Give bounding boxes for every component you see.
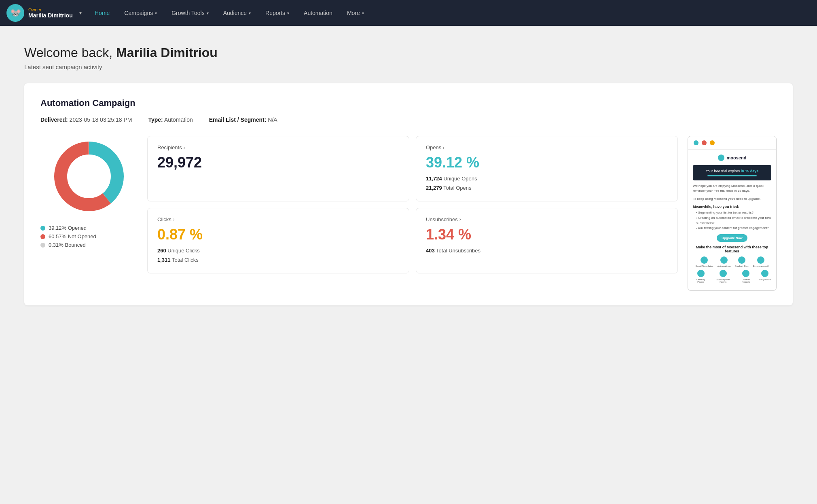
legend-not-opened: 60.57% Not Opened [40, 233, 138, 239]
legend-dot-opened [40, 226, 45, 231]
preview-feature-label-2: Automations [717, 265, 730, 267]
content-row: 39.12% Opened 60.57% Not Opened 0.31% Bo… [40, 136, 777, 291]
nav-link-more[interactable]: More ▾ [340, 0, 371, 26]
welcome-heading: Welcome back, Marilia Dimitriou [24, 45, 793, 60]
audience-dropdown-icon: ▾ [249, 11, 251, 15]
preview-feature-automations: Automations [717, 256, 730, 267]
donut-section: 39.12% Opened 60.57% Not Opened 0.31% Bo… [40, 136, 138, 250]
type-meta: Type: Automation [148, 116, 193, 123]
preview-feature-integrations: Integrations [759, 270, 771, 283]
preview-body-text2: To keep using Moosend you'll need to upg… [693, 197, 771, 201]
stat-recipients-label[interactable]: Recipients › [157, 144, 399, 150]
stat-clicks: Clicks › 0.87 % 260 Unique Clicks 1,311 … [147, 208, 409, 273]
preview-features-row1: Email Templates Automations Product Rec. [693, 256, 771, 267]
legend-dot-bounced [40, 243, 45, 248]
preview-section-title: Meanwhile, have you tried: [693, 205, 771, 209]
nav-link-audience[interactable]: Audience ▾ [216, 0, 258, 26]
stats-grid: Recipients › 29,972 Opens › 39.12 % 11,7… [147, 136, 678, 273]
donut-chart [49, 136, 129, 217]
nav-link-campaigns[interactable]: Campaigns ▾ [117, 0, 164, 26]
legend-dot-not-opened [40, 234, 45, 239]
stat-opens-value: 39.12 % [426, 155, 668, 170]
preview-bullets: • Segmenting your list for better result… [693, 210, 771, 231]
preview-feature-email-templates: Email Templates [696, 256, 713, 267]
campaign-meta: Delivered: 2023-05-18 03:25:18 PM Type: … [40, 116, 777, 123]
preview-feature-label-5: Landing Pages [693, 278, 709, 283]
preview-dot-gold [710, 140, 715, 145]
nav-link-growth-tools[interactable]: Growth Tools ▾ [164, 0, 216, 26]
stat-opens: Opens › 39.12 % 11,724 Unique Opens 21,2… [416, 136, 678, 201]
preview-feature-icon-7 [742, 270, 749, 277]
preview-feature-icon-2 [720, 256, 728, 264]
stat-clicks-label[interactable]: Clicks › [157, 216, 399, 222]
owner-info: Owner Marilia Dimitriou [28, 7, 73, 19]
nav-links: Home Campaigns ▾ Growth Tools ▾ Audience… [87, 0, 811, 26]
preview-logo-icon [718, 155, 724, 161]
preview-feature-label-3: Product Rec. [735, 265, 749, 267]
clicks-arrow-icon: › [173, 217, 175, 222]
campaign-title: Automation Campaign [40, 98, 777, 108]
preview-feature-icon-5 [697, 270, 705, 277]
preview-feature-subscription: Subscription Forms [713, 270, 733, 283]
preview-feature-ecommerce: Ecommerce AI [753, 256, 768, 267]
preview-feature-icon-6 [720, 270, 727, 277]
preview-logo-row: moosend [693, 155, 771, 161]
preview-feature-landing: Landing Pages [693, 270, 709, 283]
reports-dropdown-icon: ▾ [287, 11, 289, 15]
preview-feature-icon-4 [757, 256, 764, 264]
legend-opened: 39.12% Opened [40, 225, 138, 231]
brand[interactable]: 🐭 Owner Marilia Dimitriou ▾ [6, 4, 87, 22]
logo-icon: 🐭 [6, 4, 24, 22]
email-preview: moosend Your free trial expires in 15 da… [688, 136, 777, 291]
stat-opens-label[interactable]: Opens › [426, 144, 668, 150]
owner-name: Marilia Dimitriou [28, 12, 73, 19]
stat-clicks-value: 0.87 % [157, 227, 399, 242]
nav-link-automation[interactable]: Automation [296, 0, 340, 26]
preview-banner: Your free trial expires in 15 days [693, 165, 771, 180]
navbar: 🐭 Owner Marilia Dimitriou ▾ Home Campaig… [0, 0, 817, 26]
preview-cta-button[interactable]: Upgrade Now [717, 234, 747, 242]
legend-label-bounced: 0.31% Bounced [49, 242, 86, 248]
recipients-arrow-icon: › [184, 145, 185, 150]
stat-recipients: Recipients › 29,972 [147, 136, 409, 201]
preview-feature-product-rec: Product Rec. [735, 256, 749, 267]
owner-label: Owner [28, 7, 73, 12]
delivered-meta: Delivered: 2023-05-18 03:25:18 PM [40, 116, 132, 123]
preview-feature-label-6: Subscription Forms [713, 278, 733, 283]
nav-link-reports[interactable]: Reports ▾ [258, 0, 296, 26]
preview-titlebar [688, 136, 776, 150]
preview-feature-custom-reports: Custom Reports [737, 270, 755, 283]
donut-legend: 39.12% Opened 60.57% Not Opened 0.31% Bo… [40, 225, 138, 248]
stat-unsubscribes-label[interactable]: Unsubscribes › [426, 216, 668, 222]
nav-link-home[interactable]: Home [87, 0, 117, 26]
donut-svg [49, 136, 129, 217]
stat-unsubscribes-sub: 403 Total Unsubscribes [426, 246, 668, 255]
email-list-meta: Email List / Segment: N/A [209, 116, 277, 123]
preview-progress-bar [707, 175, 757, 176]
campaigns-dropdown-icon: ▾ [155, 11, 157, 15]
preview-body-text1: We hope you are enjoying Moosend. Just a… [693, 184, 771, 193]
more-dropdown-icon: ▾ [362, 11, 364, 15]
preview-logo-text: moosend [727, 155, 747, 160]
preview-feature-icon-1 [701, 256, 708, 264]
preview-dot-teal [694, 140, 698, 145]
preview-body: moosend Your free trial expires in 15 da… [688, 150, 776, 290]
stat-recipients-value: 29,972 [157, 155, 399, 170]
preview-feature-label-8: Integrations [759, 278, 771, 281]
opens-arrow-icon: › [443, 145, 444, 150]
stat-unsubscribes-value: 1.34 % [426, 227, 668, 242]
growth-tools-dropdown-icon: ▾ [207, 11, 209, 15]
preview-dot-red [702, 140, 707, 145]
stat-clicks-sub: 260 Unique Clicks 1,311 Total Clicks [157, 246, 399, 265]
legend-label-not-opened: 60.57% Not Opened [49, 233, 96, 239]
user-name: Marilia Dimitriou [116, 45, 218, 60]
preview-feature-label-1: Email Templates [696, 265, 713, 267]
preview-feature-icon-8 [761, 270, 768, 277]
legend-label-opened: 39.12% Opened [49, 225, 87, 231]
stat-opens-sub: 11,724 Unique Opens 21,279 Total Opens [426, 174, 668, 193]
owner-dropdown-icon[interactable]: ▾ [79, 10, 82, 16]
preview-features-title: Make the most of Moosend with these top … [693, 245, 771, 253]
unsubscribes-arrow-icon: › [459, 217, 461, 222]
preview-feature-label-4: Ecommerce AI [753, 265, 768, 267]
preview-feature-icon-3 [738, 256, 745, 264]
